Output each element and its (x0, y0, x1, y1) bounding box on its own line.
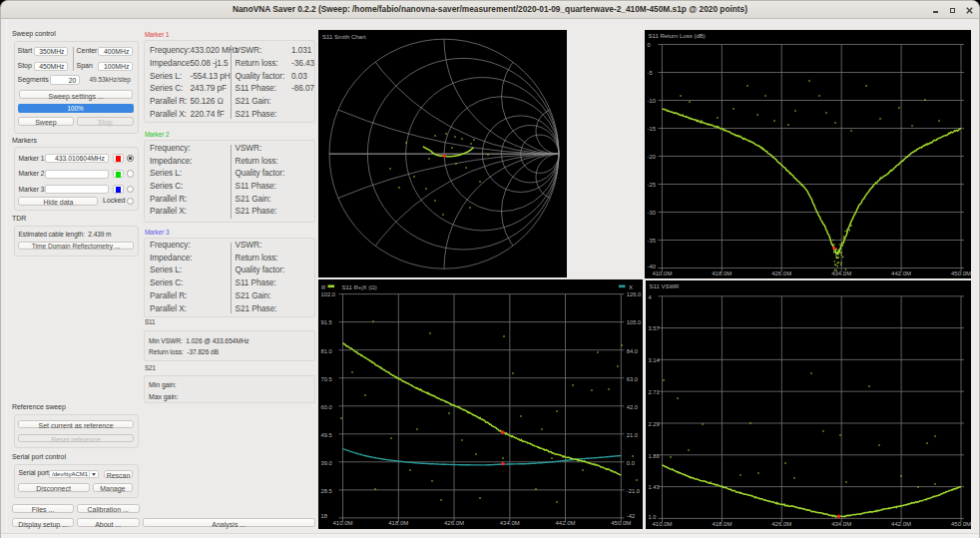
svg-text:450.0M: 450.0M (951, 270, 971, 276)
svg-text:418.0M: 418.0M (712, 521, 732, 527)
svg-text:49.5: 49.5 (321, 432, 332, 438)
svg-text:-20: -20 (648, 154, 656, 160)
svg-text:442.0M: 442.0M (891, 270, 911, 276)
svg-text:1.0: 1.0 (649, 514, 657, 520)
svg-text:450.0M: 450.0M (951, 521, 971, 527)
svg-text:410.0M: 410.0M (652, 521, 672, 527)
svg-text:1.43: 1.43 (649, 484, 660, 490)
svg-text:3.14: 3.14 (649, 357, 661, 363)
svg-text:410.0M: 410.0M (652, 270, 672, 276)
svg-text:S11 R+jX (Ω): S11 R+jX (Ω) (342, 284, 377, 290)
svg-text:S11 Smith Chart: S11 Smith Chart (322, 34, 366, 40)
svg-text:3.57: 3.57 (649, 325, 660, 331)
svg-text:2.29: 2.29 (649, 421, 660, 427)
svg-text:4: 4 (649, 294, 653, 300)
svg-text:418.0M: 418.0M (712, 270, 732, 276)
svg-text:81.0: 81.0 (321, 348, 332, 354)
svg-text:426.0M: 426.0M (771, 270, 791, 276)
svg-text:-10: -10 (648, 98, 656, 104)
svg-text:410.0M: 410.0M (332, 520, 352, 526)
svg-text:0.0: 0.0 (627, 460, 635, 466)
svg-text:1.86: 1.86 (649, 453, 660, 459)
svg-text:-40: -40 (648, 264, 656, 269)
svg-text:-42: -42 (627, 513, 635, 519)
svg-text:-5: -5 (648, 70, 653, 76)
svg-text:126.0: 126.0 (627, 291, 642, 297)
svg-text:39.0: 39.0 (321, 460, 332, 466)
svg-text:42.0: 42.0 (627, 404, 638, 410)
svg-text:R: R (321, 284, 326, 290)
svg-text:-30: -30 (648, 210, 656, 216)
svg-text:418.0M: 418.0M (388, 520, 408, 526)
svg-text:70.5: 70.5 (321, 376, 332, 382)
svg-text:434.0M: 434.0M (831, 270, 851, 276)
svg-text:442.0M: 442.0M (891, 521, 911, 527)
svg-text:63.0: 63.0 (627, 376, 638, 382)
svg-text:X: X (629, 284, 633, 290)
svg-text:-35: -35 (648, 238, 656, 244)
svg-text:105.0: 105.0 (627, 319, 642, 325)
svg-text:426.0M: 426.0M (444, 520, 464, 526)
svg-text:91.5: 91.5 (321, 319, 332, 325)
svg-text:442.0M: 442.0M (555, 520, 575, 526)
svg-text:84.0: 84.0 (627, 348, 638, 354)
svg-text:-15: -15 (648, 126, 656, 132)
svg-text:18: 18 (321, 513, 327, 519)
svg-text:2.71: 2.71 (649, 389, 660, 395)
svg-text:S11 VSWR: S11 VSWR (650, 283, 681, 289)
svg-text:434.0M: 434.0M (831, 521, 851, 527)
svg-text:S11 Return Loss (dB): S11 Return Loss (dB) (649, 33, 706, 39)
svg-text:434.0M: 434.0M (500, 520, 520, 526)
svg-text:28.5: 28.5 (321, 488, 332, 494)
svg-text:60.0: 60.0 (321, 404, 332, 410)
svg-text:0: 0 (648, 42, 651, 48)
svg-text:102.0: 102.0 (321, 291, 336, 297)
svg-text:-25: -25 (648, 182, 656, 188)
svg-text:450.0M: 450.0M (611, 520, 631, 526)
svg-text:426.0M: 426.0M (771, 521, 791, 527)
svg-text:21.0: 21.0 (627, 432, 638, 438)
svg-text:-21.0: -21.0 (627, 488, 640, 494)
